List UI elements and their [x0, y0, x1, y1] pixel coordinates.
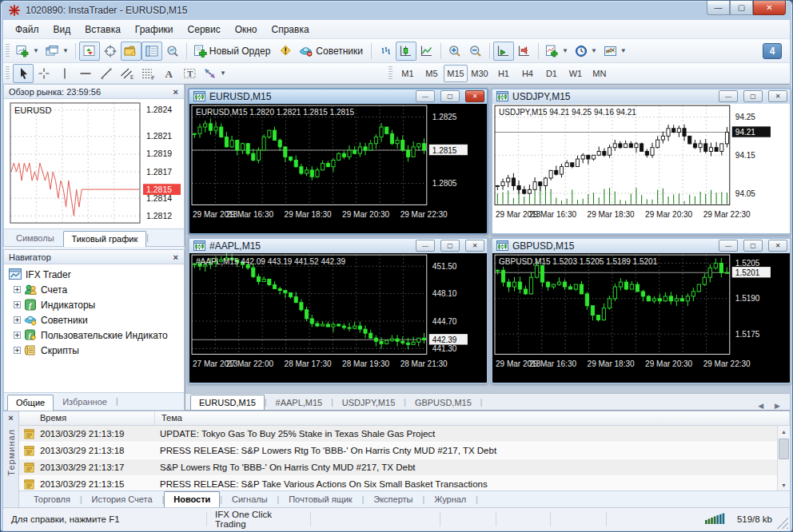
market-watch-tab-0[interactable]: Символы: [7, 230, 63, 246]
maximize-button[interactable]: ▢: [730, 1, 753, 15]
trend-line-button[interactable]: [96, 64, 117, 83]
menu-item-charts[interactable]: Графики: [128, 22, 181, 38]
timeframe-mn[interactable]: MN: [588, 65, 612, 82]
crosshair-button[interactable]: [34, 64, 54, 83]
expand-icon[interactable]: [14, 316, 21, 324]
dropdown-caret-icon[interactable]: ▼: [591, 47, 597, 54]
menu-item-file[interactable]: Файл: [8, 22, 46, 38]
new-order-button[interactable]: Новый Ордер: [190, 42, 275, 61]
scroll-down-icon[interactable]: ▼: [778, 479, 790, 490]
market-watch-close-icon[interactable]: ×: [171, 88, 181, 96]
tick-chart[interactable]: 1.28241.28211.28191.28171.28141.28121.28…: [4, 99, 184, 228]
dropdown-caret-icon[interactable]: ▼: [33, 47, 39, 54]
advisors-button[interactable]: Советники: [296, 42, 368, 61]
tree-item-indicator[interactable]: fИндикаторы: [7, 297, 182, 312]
timeframe-m15[interactable]: M15: [444, 65, 468, 82]
chart-window-titlebar[interactable]: GBPUSD,M15—▢✕: [492, 239, 790, 253]
profiles-button[interactable]: ▼: [42, 42, 72, 61]
column-header-time[interactable]: Время: [19, 411, 155, 425]
news-row[interactable]: 2013/03/29 21:13:18PRESS RELEASE: S&P Lo…: [19, 443, 790, 459]
minimize-button[interactable]: —: [707, 1, 730, 15]
terminal-tab-1[interactable]: История Счета: [82, 491, 162, 507]
chart-restore-button[interactable]: ▢: [440, 240, 460, 252]
chart-minimize-button[interactable]: —: [416, 90, 435, 102]
bar-chart-button[interactable]: [375, 42, 396, 61]
strategy-tester-button[interactable]: [162, 42, 183, 61]
candlestick-chart[interactable]: 1.52051.51901.51751.520129 Mar 201329 Ma…: [492, 253, 790, 383]
tree-item-accounts[interactable]: Счета: [7, 282, 182, 297]
text-label-button[interactable]: T: [179, 64, 200, 83]
line-chart-button[interactable]: [416, 42, 437, 61]
terminal-tab-3[interactable]: Сигналы: [222, 491, 277, 507]
scroll-up-icon[interactable]: ▲: [778, 426, 790, 437]
chart-tab-eurusd[interactable]: EURUSD,M15: [190, 395, 265, 410]
data-window-button[interactable]: [100, 42, 121, 61]
chart-canvas[interactable]: 1.52051.51901.51751.520129 Mar 201329 Ma…: [492, 253, 790, 383]
dropdown-caret-icon[interactable]: ▼: [620, 47, 627, 54]
menu-item-insert[interactable]: Вставка: [78, 22, 128, 38]
chart-restore-button[interactable]: ▢: [743, 90, 763, 102]
chart-shift-button[interactable]: [514, 42, 535, 61]
menu-item-view[interactable]: Вид: [46, 22, 78, 38]
expand-icon[interactable]: [14, 347, 21, 354]
chart-tab-gbpusd[interactable]: GBPUSD,M15: [406, 395, 480, 410]
candlestick-chart[interactable]: 1.28251.28151.28051.281529 Mar 201329 Ma…: [189, 104, 487, 233]
arrows-button[interactable]: ▼: [200, 64, 229, 83]
close-button[interactable]: ✕: [753, 1, 786, 15]
chart-window-titlebar[interactable]: EURUSD,M15—▢✕: [189, 89, 487, 104]
periods-button[interactable]: ▼: [572, 42, 600, 61]
column-header-topic[interactable]: Тема: [155, 411, 790, 425]
dropdown-caret-icon[interactable]: ▼: [220, 69, 226, 77]
chart-canvas[interactable]: 1.28251.28151.28051.281529 Mar 201329 Ma…: [189, 104, 487, 233]
navigator-tab-1[interactable]: Избранное: [54, 394, 116, 410]
scrollbar-thumb[interactable]: [779, 439, 789, 459]
chart-restore-button[interactable]: ▢: [440, 90, 460, 102]
zoom-out-button[interactable]: [465, 42, 486, 61]
terminal-tab-0[interactable]: Торговля: [24, 491, 80, 507]
terminal-tab-4[interactable]: Почтовый ящик: [279, 491, 361, 507]
terminal-tab-6[interactable]: Журнал: [424, 491, 476, 507]
toolbar-grip[interactable]: [6, 44, 10, 58]
chart-close-button[interactable]: ✕: [768, 90, 787, 102]
terminal-tab-2[interactable]: Новости: [164, 491, 220, 507]
menu-item-window[interactable]: Окно: [228, 22, 265, 38]
candlestick-chart[interactable]: 451.50448.10444.70441.30442.3927 Mar 201…: [189, 253, 487, 383]
toolbar-grip[interactable]: [6, 66, 10, 81]
horizontal-line-button[interactable]: [75, 64, 96, 83]
expand-icon[interactable]: [14, 332, 21, 339]
candlestick-chart[interactable]: 94.2594.1594.0594.2129 Mar 201329 Mar 16…: [492, 104, 790, 233]
terminal-tab-5[interactable]: Эксперты: [364, 491, 422, 507]
timeframe-m5[interactable]: M5: [420, 65, 444, 82]
zoom-in-button[interactable]: [444, 42, 465, 61]
chart-minimize-button[interactable]: —: [416, 240, 435, 252]
chart-window-usdjpy[interactable]: USDJPY,M15—▢✕94.2594.1594.0594.2129 Mar …: [491, 88, 791, 235]
new-chart-button[interactable]: ▼: [13, 42, 42, 61]
timeframe-m1[interactable]: M1: [396, 65, 420, 82]
dropdown-caret-icon[interactable]: ▼: [562, 47, 568, 54]
chart-tab-aapl[interactable]: #AAPL,M15: [267, 395, 332, 410]
chart-canvas[interactable]: 451.50448.10444.70441.30442.3927 Mar 201…: [189, 253, 487, 383]
news-row[interactable]: 2013/03/29 21:13:19UPDATE: Tokyo Gas To …: [19, 426, 790, 443]
chart-window-titlebar[interactable]: #AAPL,M15—▢✕: [189, 239, 487, 253]
chart-minimize-button[interactable]: —: [719, 90, 738, 102]
scroll-right-icon[interactable]: ▶: [775, 402, 780, 410]
timeframe-m30[interactable]: M30: [468, 65, 492, 82]
timeframe-h4[interactable]: H4: [516, 65, 540, 82]
channel-button[interactable]: E: [117, 64, 137, 83]
tree-item-advisor[interactable]: Советники: [7, 312, 182, 328]
cursor-button[interactable]: [13, 64, 34, 83]
menu-item-service[interactable]: Сервис: [181, 22, 228, 38]
chart-window-aapl[interactable]: #AAPL,M15—▢✕451.50448.10444.70441.30442.…: [188, 237, 488, 384]
scroll-left-icon[interactable]: ◀: [758, 402, 763, 410]
candlestick-button[interactable]: [396, 42, 416, 61]
dropdown-caret-icon[interactable]: ▼: [62, 47, 69, 54]
auto-scroll-button[interactable]: [493, 42, 514, 61]
chart-window-titlebar[interactable]: USDJPY,M15—▢✕: [492, 89, 790, 104]
text-button[interactable]: A: [158, 64, 179, 83]
navigator-button[interactable]: [121, 42, 141, 61]
resize-grip[interactable]: [777, 518, 788, 529]
news-row[interactable]: 2013/03/29 21:13:15PRESS RELEASE: S&P Ta…: [19, 476, 790, 490]
vertical-line-button[interactable]: [54, 64, 75, 83]
fibonacci-button[interactable]: F: [137, 64, 158, 83]
timeframe-d1[interactable]: D1: [540, 65, 564, 82]
